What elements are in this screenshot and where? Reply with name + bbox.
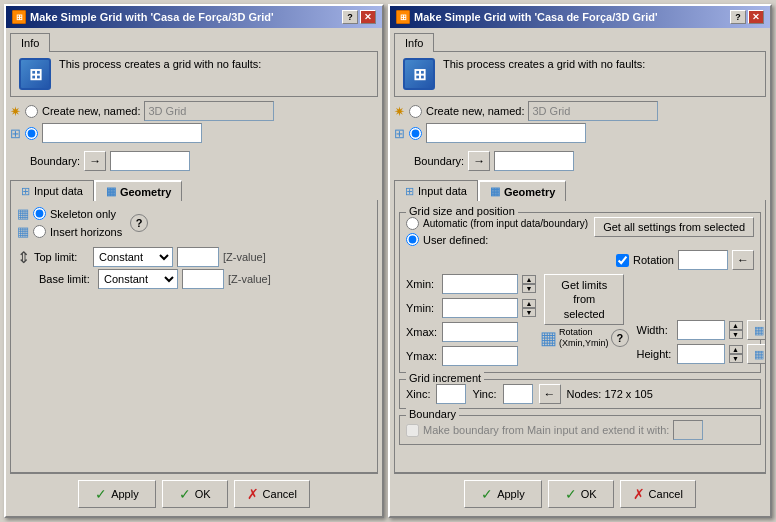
ok-btn-1[interactable]: ✓ OK bbox=[162, 480, 228, 508]
grid-icon-1: ⊞ bbox=[10, 126, 21, 141]
grid-icon-2: ▦ bbox=[17, 206, 29, 221]
rotation-icon-group: ▦ Rotation (Xmin,Ymin) ? bbox=[540, 327, 629, 349]
geometry-tab-2[interactable]: ▦ Geometry bbox=[478, 180, 566, 201]
ymax-input[interactable]: 7574481.58 bbox=[442, 346, 518, 366]
xmax-row: Xmax: 728301.54 bbox=[406, 322, 536, 342]
cancel-btn-2[interactable]: ✗ Cancel bbox=[620, 480, 696, 508]
create-new-row: ✷ Create new, named: bbox=[10, 101, 378, 121]
input-data-tab-1[interactable]: ⊞ Input data bbox=[10, 180, 94, 201]
sub-tab-bar-2: ⊞ Input data ▦ Geometry bbox=[394, 179, 766, 200]
boundary-input-2[interactable] bbox=[494, 151, 574, 171]
close-btn-1[interactable]: ✕ bbox=[360, 10, 376, 24]
get-limits-btn[interactable]: Get limits from selected bbox=[544, 274, 624, 325]
grid-icon-3: ▦ bbox=[17, 224, 29, 239]
help-title-btn-2[interactable]: ? bbox=[730, 10, 746, 24]
overwrite-input-1[interactable]: Overwrite the active 3D grid bbox=[42, 123, 202, 143]
base-constant-select[interactable]: Constant bbox=[98, 269, 178, 289]
user-defined-label: User defined: bbox=[423, 234, 488, 246]
boundary-label-2: Boundary: bbox=[414, 155, 464, 167]
title-bar-1: ⊞ Make Simple Grid with 'Casa de Força/3… bbox=[6, 6, 382, 28]
arrows-icon-1: ⇕ bbox=[17, 248, 30, 267]
user-defined-radio[interactable] bbox=[406, 233, 419, 246]
base-limit-row: Base limit: Constant 115 [Z-value] bbox=[17, 269, 371, 289]
height-down-btn[interactable]: ▼ bbox=[729, 354, 743, 363]
geometry-tab-1[interactable]: ▦ Geometry bbox=[94, 180, 182, 201]
skeleton-radio[interactable] bbox=[33, 207, 46, 220]
create-label-1: Create new, named: bbox=[42, 105, 140, 117]
info-bar-1: ⊞ This process creates a grid with no fa… bbox=[10, 51, 378, 97]
apply-btn-1[interactable]: ✓ Apply bbox=[78, 480, 156, 508]
cancel-x-icon-1: ✗ bbox=[247, 486, 259, 502]
overwrite-radio[interactable] bbox=[25, 127, 38, 140]
overwrite-input-2[interactable]: Overwrite the active 3D grid bbox=[426, 123, 586, 143]
rotation-arrow-btn[interactable]: ← bbox=[732, 250, 754, 270]
width-up-btn[interactable]: ▲ bbox=[729, 321, 743, 330]
insert-horizons-radio[interactable] bbox=[33, 225, 46, 238]
boundary-arrow-btn-1[interactable]: → bbox=[84, 151, 106, 171]
create-name-input[interactable] bbox=[144, 101, 274, 121]
help-title-btn-1[interactable]: ? bbox=[342, 10, 358, 24]
ymin-down-btn[interactable]: ▼ bbox=[522, 308, 536, 317]
boundary-arrow-btn-2[interactable]: → bbox=[468, 151, 490, 171]
xinc-input[interactable]: 2 bbox=[436, 384, 466, 404]
boundary-make-checkbox[interactable] bbox=[406, 424, 419, 437]
yinc-input[interactable]: 2 bbox=[503, 384, 533, 404]
help-btn-2[interactable]: ? bbox=[611, 329, 629, 347]
cancel-btn-1[interactable]: ✗ Cancel bbox=[234, 480, 310, 508]
overwrite-radio-2[interactable] bbox=[409, 127, 422, 140]
apply-check-icon-2: ✓ bbox=[481, 486, 493, 502]
top-z-label: [Z-value] bbox=[223, 251, 266, 263]
xmin-up-btn[interactable]: ▲ bbox=[522, 275, 536, 284]
tab-info-1[interactable]: Info bbox=[10, 33, 50, 52]
height-row: Height: 206.58 ▲ ▼ ▦ Shrink bbox=[637, 344, 766, 364]
yinc-arrow-btn[interactable]: ← bbox=[539, 384, 561, 404]
boundary-make-label: Make boundary from Main input and extend… bbox=[423, 424, 669, 436]
dialog-icon-2: ⊞ bbox=[396, 10, 410, 24]
ymin-up-btn[interactable]: ▲ bbox=[522, 299, 536, 308]
top-value-input[interactable]: 275 bbox=[177, 247, 219, 267]
bottom-buttons-2: ✓ Apply ✓ OK ✗ Cancel bbox=[394, 473, 766, 512]
create-new-radio[interactable] bbox=[25, 105, 38, 118]
base-value-input[interactable]: 115 bbox=[182, 269, 224, 289]
automatic-radio[interactable] bbox=[406, 217, 419, 230]
rotation-input[interactable]: 29.83 bbox=[678, 250, 728, 270]
tab-info-2[interactable]: Info bbox=[394, 33, 434, 52]
help-btn-1[interactable]: ? bbox=[130, 214, 148, 232]
insert-horizons-row: ▦ Insert horizons bbox=[17, 224, 122, 239]
info-icon-1: ⊞ bbox=[19, 58, 51, 90]
boundary-extend-input[interactable] bbox=[673, 420, 703, 440]
overwrite-row: ⊞ Overwrite the active 3D grid bbox=[10, 123, 378, 143]
xmin-input[interactable]: 727960.35 bbox=[442, 274, 518, 294]
shrink-icon: ▦ bbox=[754, 348, 764, 361]
xinc-label: Xinc: bbox=[406, 388, 430, 400]
ymax-label: Ymax: bbox=[406, 350, 438, 362]
rotation-checkbox[interactable] bbox=[616, 254, 629, 267]
info-bar-2: ⊞ This process creates a grid with no fa… bbox=[394, 51, 766, 97]
create-name-input-2[interactable] bbox=[528, 101, 658, 121]
radio-group-1: ✷ Create new, named: ⊞ Overwrite the act… bbox=[10, 101, 378, 143]
apply-btn-2[interactable]: ✓ Apply bbox=[464, 480, 542, 508]
close-btn-2[interactable]: ✕ bbox=[748, 10, 764, 24]
create-new-radio-2[interactable] bbox=[409, 105, 422, 118]
ymax-row: Ymax: 7574481.58 bbox=[406, 346, 536, 366]
ok-btn-2[interactable]: ✓ OK bbox=[548, 480, 614, 508]
sun-icon-1: ✷ bbox=[10, 104, 21, 119]
get-all-btn[interactable]: Get all settings from selected bbox=[594, 217, 754, 237]
height-up-btn[interactable]: ▲ bbox=[729, 345, 743, 354]
xmin-down-btn[interactable]: ▼ bbox=[522, 284, 536, 293]
panel-content-2: Grid size and position Automatic (from i… bbox=[394, 200, 766, 473]
width-down-btn[interactable]: ▼ bbox=[729, 330, 743, 339]
shrink-btn[interactable]: ▦ Shrink bbox=[747, 344, 766, 364]
expand-btn[interactable]: ▦ Expand bbox=[747, 320, 766, 340]
top-constant-select[interactable]: Constant bbox=[93, 247, 173, 267]
height-input[interactable]: 206.58 bbox=[677, 344, 725, 364]
ymin-input[interactable]: 7574275 bbox=[442, 298, 518, 318]
dialog-1: ⊞ Make Simple Grid with 'Casa de Força/3… bbox=[4, 4, 384, 518]
skeleton-label: Skeleton only bbox=[50, 208, 116, 220]
boundary-input-1[interactable] bbox=[110, 151, 190, 171]
nodes-label: Nodes: 172 x 105 bbox=[567, 388, 653, 400]
dialog-2: ⊞ Make Simple Grid with 'Casa de Força/3… bbox=[388, 4, 772, 518]
xmax-input[interactable]: 728301.54 bbox=[442, 322, 518, 342]
input-data-tab-2[interactable]: ⊞ Input data bbox=[394, 180, 478, 201]
width-input[interactable]: 341.19 bbox=[677, 320, 725, 340]
